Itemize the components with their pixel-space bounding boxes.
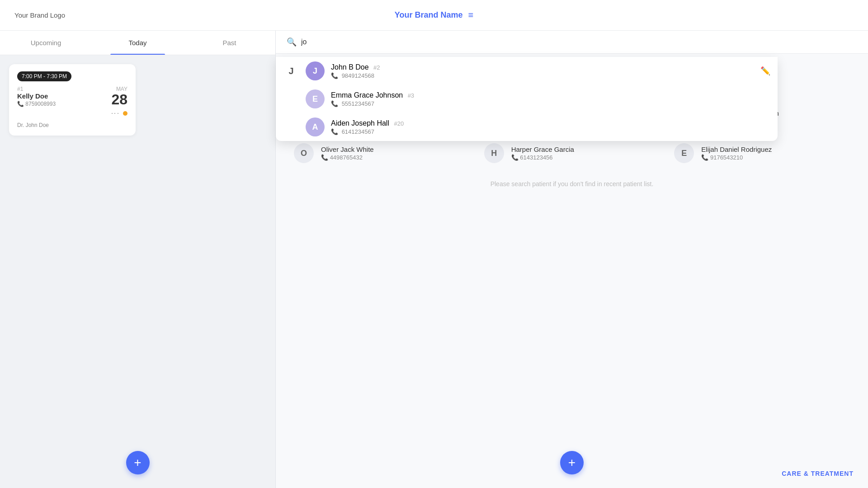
dropdown-item-aiden[interactable]: A Aiden Joseph Hall #20 📞 6141234567 [276, 113, 778, 141]
right-panel: 🔍 J J John B Doe #2 📞 9849124568 ✏ [276, 31, 868, 488]
main-layout: Upcoming Today Past 7:00 PM - 7:30 PM #1… [0, 31, 868, 488]
hamburger-icon[interactable]: ≡ [468, 10, 474, 20]
phone-icon-emma: 📞 [331, 100, 338, 107]
left-content: 7:00 PM - 7:30 PM #1 Kelly Doe 📞 8759008… [0, 55, 275, 488]
patient-info-aiden: Aiden Joseph Hall #20 📞 6141234567 [331, 119, 770, 135]
avatar-elijah: E [674, 143, 694, 163]
appt-name: Kelly Doe [17, 92, 111, 100]
care-treatment-label: CARE & TREATMENT [782, 470, 854, 477]
phone-icon-harper: 📞 [511, 154, 520, 161]
appt-phone: 📞 8759008993 [17, 101, 111, 107]
avatar-oliver: O [294, 143, 314, 163]
brand-name-area: Your Brand Name ≡ [105, 10, 763, 20]
appt-left: #1 Kelly Doe 📞 8759008993 [17, 86, 111, 107]
search-bar: 🔍 [276, 31, 868, 54]
search-icon: 🔍 [287, 37, 297, 47]
appt-top: #1 Kelly Doe 📞 8759008993 May 28 ⋮ [17, 86, 127, 118]
avatar-aiden: A [306, 117, 325, 136]
phone-icon: 📞 [17, 101, 25, 107]
status-dot [123, 111, 127, 116]
patient-name-emma: Emma Grace Johnson #3 [331, 91, 770, 99]
appointment-card[interactable]: 7:00 PM - 7:30 PM #1 Kelly Doe 📞 8759008… [9, 64, 136, 136]
left-panel: Upcoming Today Past 7:00 PM - 7:30 PM #1… [0, 31, 276, 488]
avatar-harper: H [484, 143, 504, 163]
avatar-emma: E [306, 89, 325, 108]
three-dots-icon[interactable]: ⋮ [110, 109, 120, 117]
phone-icon-oliver: 📞 [321, 154, 330, 161]
left-fab-button[interactable]: + [126, 451, 150, 474]
tab-past[interactable]: Past [184, 31, 275, 55]
cell-info-elijah: Elijah Daniel Rodriguez 📞 9176543210 [701, 145, 850, 161]
tab-upcoming[interactable]: Upcoming [0, 31, 92, 55]
right-fab-area: + CARE & TREATMENT [276, 470, 868, 488]
patient-name-john: John B Doe #2 [331, 63, 754, 71]
header: Your Brand Logo Your Brand Name ≡ [0, 0, 868, 31]
brand-name: Your Brand Name [395, 10, 463, 20]
phone-icon-aiden: 📞 [331, 128, 338, 135]
search-input[interactable] [301, 38, 857, 46]
section-letter-j: J [283, 66, 299, 76]
patient-phone-aiden: 📞 6141234567 [331, 128, 770, 135]
patient-info-john: John B Doe #2 📞 9849124568 [331, 63, 754, 79]
appt-number: #1 [17, 86, 111, 92]
appt-doctor: Dr. John Doe [17, 122, 127, 128]
edit-icon[interactable]: ✏️ [760, 66, 770, 76]
tab-today[interactable]: Today [92, 31, 184, 55]
dropdown-item-emma[interactable]: E Emma Grace Johnson #3 📞 5551234567 [276, 85, 778, 113]
appt-actions: ⋮ [111, 108, 127, 118]
right-fab-button[interactable]: + [560, 451, 584, 474]
appt-right: May 28 ⋮ [111, 86, 127, 118]
phone-icon-elijah: 📞 [701, 154, 710, 161]
time-badge: 7:00 PM - 7:30 PM [17, 71, 71, 81]
avatar-john: J [306, 61, 325, 80]
appt-day: 28 [111, 92, 127, 107]
cell-info-oliver: Oliver Jack White 📞 4498765432 [321, 145, 470, 161]
search-hint: Please search patient if you don't find … [287, 171, 857, 197]
phone-icon-john: 📞 [331, 72, 338, 79]
patient-info-emma: Emma Grace Johnson #3 📞 5551234567 [331, 91, 770, 107]
patient-phone-john: 📞 9849124568 [331, 72, 754, 79]
dropdown-item-john[interactable]: J J John B Doe #2 📞 9849124568 ✏️ [276, 57, 778, 85]
cell-info-harper: Harper Grace Garcia 📞 6143123456 [511, 145, 660, 161]
search-dropdown: J J John B Doe #2 📞 9849124568 ✏️ E [276, 57, 778, 141]
patient-phone-emma: 📞 5551234567 [331, 100, 770, 107]
patient-name-aiden: Aiden Joseph Hall #20 [331, 119, 770, 127]
tabs: Upcoming Today Past [0, 31, 275, 55]
brand-logo: Your Brand Logo [14, 11, 105, 19]
